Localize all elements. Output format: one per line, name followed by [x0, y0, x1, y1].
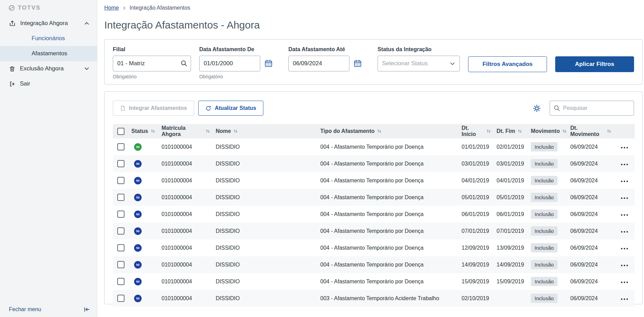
cell-dt-fim — [494, 290, 528, 307]
cell-dt-movimento: 06/09/2024 — [568, 239, 614, 256]
status-select[interactable]: Selecionar Status — [378, 56, 460, 71]
cell-tipo: 004 - Afastamento Temporário por Doença — [318, 223, 459, 239]
breadcrumb: Home Integração Afastamentos — [104, 5, 644, 11]
status-badge: NI — [134, 211, 142, 218]
cell-matricula: 0101000004 — [159, 273, 213, 290]
status-badge: NI — [134, 160, 142, 168]
sidebar-item-afastamentos[interactable]: Afastamentos — [0, 46, 97, 61]
row-actions-button[interactable] — [619, 280, 630, 285]
cell-dt-inicio: 02/10/2019 — [459, 290, 494, 307]
column-header-status[interactable]: Status — [129, 124, 159, 138]
filial-label: Filial — [113, 46, 191, 53]
row-actions-button[interactable] — [619, 145, 630, 150]
status-badge: NI — [134, 177, 142, 184]
refresh-status-button[interactable]: Atualizar Status — [198, 101, 263, 116]
row-checkbox[interactable] — [117, 211, 124, 218]
sidebar-item-sair[interactable]: Sair — [0, 76, 97, 91]
row-actions-button[interactable] — [619, 246, 630, 251]
filial-required-hint: Obrigatório — [113, 74, 191, 79]
sort-icon — [486, 129, 491, 134]
sidebar-item-label: Integração Ahgora — [20, 20, 68, 27]
status-badge: NI — [134, 227, 142, 235]
advanced-filters-label: Filtros Avançados — [482, 61, 533, 68]
row-checkbox[interactable] — [117, 244, 124, 251]
date-from-input[interactable] — [199, 56, 260, 71]
column-header-matricula[interactable]: Matrícula Ahgora — [159, 124, 213, 138]
table-row: NI 0101000004 DISSIDIO 004 - Afastamento… — [113, 223, 635, 239]
row-checkbox[interactable] — [117, 261, 124, 268]
cell-dt-inicio: 05/01/2019 — [459, 189, 494, 206]
date-to-label: Data Afastamento Até — [288, 46, 369, 53]
sort-icon — [151, 129, 155, 134]
totvs-logo-text: TOTVS — [18, 4, 40, 11]
table-row: NI 0101000004 DISSIDIO 003 - Afastamento… — [113, 290, 635, 307]
breadcrumb-home-link[interactable]: Home — [104, 5, 119, 11]
column-header-dt-inicio[interactable]: Dt. Início — [459, 124, 494, 138]
cell-tipo: 004 - Afastamento Temporário por Doença — [318, 239, 459, 256]
row-actions-button[interactable] — [619, 196, 630, 201]
row-checkbox[interactable] — [117, 194, 124, 201]
select-all-checkbox[interactable] — [117, 128, 124, 135]
row-checkbox[interactable] — [117, 160, 124, 167]
cell-matricula: 0101000004 — [159, 138, 213, 155]
cell-dt-inicio: 04/01/2019 — [459, 172, 494, 189]
sidebar-item-funcionarios[interactable]: Funcionários — [0, 31, 97, 46]
row-actions-button[interactable] — [619, 162, 630, 167]
cell-dt-fim: 02/01/2019 — [494, 138, 528, 155]
sidebar-item-exclusao-ahgora[interactable]: Exclusão Ahgora — [0, 61, 97, 76]
calendar-icon[interactable] — [354, 59, 362, 68]
filter-panel: Filial Obrigatório Data Afastamento De — [104, 39, 643, 84]
movimento-badge: Inclusão — [531, 277, 558, 286]
integrate-afastamentos-label: Integrar Afastamentos — [129, 105, 187, 111]
search-icon[interactable] — [180, 60, 188, 68]
integrate-afastamentos-button[interactable]: Integrar Afastamentos — [113, 101, 194, 116]
cell-dt-fim: 15/09/2019 — [494, 273, 528, 290]
cell-dt-fim: 14/09/2019 — [494, 256, 528, 273]
column-header-dt-fim[interactable]: Dt. Fim — [494, 124, 528, 138]
status-badge: NI — [134, 278, 142, 285]
date-to-input[interactable] — [288, 56, 349, 71]
filial-input[interactable] — [113, 56, 191, 71]
sidebar: TOTVS Integração Ahgora Funcionários Afa… — [0, 0, 97, 317]
column-header-tipo[interactable]: Tipo do Afastamento — [318, 124, 459, 138]
sidebar-item-integracao-ahgora[interactable]: Integração Ahgora — [0, 16, 97, 31]
apply-filters-button[interactable]: Aplicar Filtros — [555, 56, 634, 72]
row-checkbox[interactable] — [117, 143, 124, 150]
cell-dt-fim: 13/09/2019 — [494, 239, 528, 256]
row-actions-button[interactable] — [619, 229, 630, 234]
cell-dt-inicio: 07/01/2019 — [459, 223, 494, 239]
table-search-input[interactable] — [563, 105, 630, 111]
totvs-logo: TOTVS — [0, 0, 97, 16]
trash-icon — [9, 66, 15, 72]
collapse-menu-button[interactable]: Fechar menu — [9, 306, 90, 313]
table-settings-gear-icon[interactable] — [533, 104, 541, 112]
chevron-up-icon — [84, 21, 90, 26]
movimento-badge: Inclusão — [531, 176, 558, 185]
advanced-filters-button[interactable]: Filtros Avançados — [468, 56, 547, 72]
row-checkbox[interactable] — [117, 227, 124, 235]
refresh-status-label: Atualizar Status — [215, 105, 256, 111]
sort-icon — [205, 129, 210, 134]
row-actions-button[interactable] — [619, 213, 630, 217]
cell-dt-movimento: 06/09/2024 — [568, 172, 614, 189]
row-checkbox[interactable] — [117, 177, 124, 184]
row-actions-button[interactable] — [619, 263, 630, 268]
calendar-icon[interactable] — [264, 59, 273, 68]
sort-icon — [377, 129, 382, 134]
row-actions-button[interactable] — [619, 179, 630, 184]
cell-nome: DISSIDIO — [213, 189, 318, 206]
row-checkbox[interactable] — [117, 278, 124, 285]
sidebar-item-label: Exclusão Ahgora — [20, 65, 64, 72]
row-checkbox[interactable] — [117, 295, 124, 302]
cell-dt-fim: 05/01/2019 — [494, 189, 528, 206]
cell-dt-movimento: 06/09/2024 — [568, 206, 614, 223]
cell-dt-fim: 07/01/2019 — [494, 223, 528, 239]
column-header-nome[interactable]: Nome — [213, 124, 318, 138]
table-row: NI 0101000004 DISSIDIO 004 - Afastamento… — [113, 273, 635, 290]
row-actions-button[interactable] — [619, 297, 630, 302]
cell-dt-movimento: 06/09/2024 — [568, 223, 614, 239]
table-row: NI 0101000004 DISSIDIO 004 - Afastamento… — [113, 172, 635, 189]
column-header-dt-movimento[interactable]: Dt. Movimento — [568, 124, 614, 138]
column-header-movimento[interactable]: Movimento — [528, 124, 568, 138]
cell-tipo: 004 - Afastamento Temporário por Doença — [318, 138, 459, 155]
